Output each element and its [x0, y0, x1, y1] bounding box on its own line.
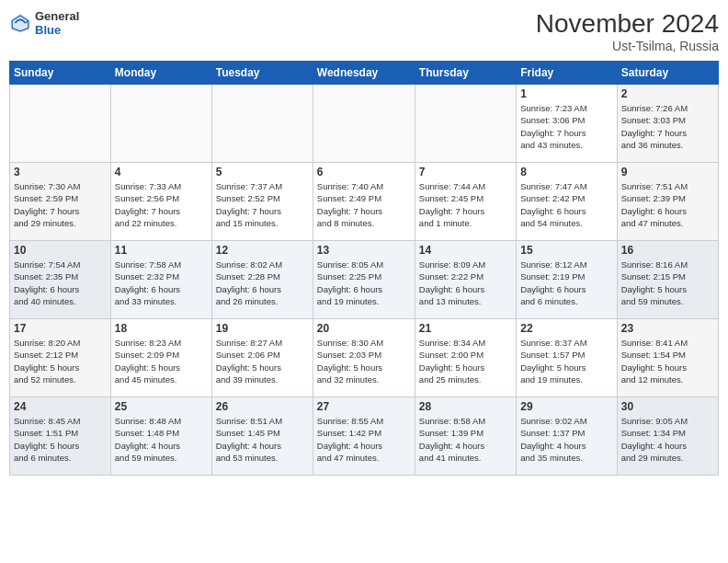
- day-info: Sunrise: 7:47 AM Sunset: 2:42 PM Dayligh…: [520, 180, 612, 229]
- calendar-cell-0-4: [415, 85, 516, 163]
- day-info: Sunrise: 8:05 AM Sunset: 2:25 PM Dayligh…: [317, 259, 411, 307]
- calendar-cell-1-3: 6Sunrise: 7:40 AM Sunset: 2:49 PM Daylig…: [313, 163, 415, 241]
- day-info: Sunrise: 7:40 AM Sunset: 2:49 PM Dayligh…: [317, 180, 411, 229]
- day-info: Sunrise: 8:34 AM Sunset: 2:00 PM Dayligh…: [419, 337, 512, 385]
- calendar-cell-2-0: 10Sunrise: 7:54 AM Sunset: 2:35 PM Dayli…: [10, 241, 111, 319]
- header-tuesday: Tuesday: [211, 62, 313, 85]
- day-number: 4: [115, 166, 208, 178]
- calendar-row-1: 3Sunrise: 7:30 AM Sunset: 2:59 PM Daylig…: [10, 163, 719, 241]
- day-number: 13: [317, 244, 411, 257]
- day-number: 23: [621, 322, 714, 335]
- month-title: November 2024: [536, 9, 719, 39]
- day-info: Sunrise: 8:30 AM Sunset: 2:03 PM Dayligh…: [317, 337, 411, 385]
- day-number: 30: [621, 400, 714, 413]
- calendar-cell-3-2: 19Sunrise: 8:27 AM Sunset: 2:06 PM Dayli…: [211, 319, 313, 397]
- calendar-cell-0-1: [110, 85, 211, 163]
- page: General Blue November 2024 Ust-Tsilma, R…: [0, 0, 728, 563]
- header-wednesday: Wednesday: [313, 62, 415, 85]
- header-monday: Monday: [110, 62, 211, 85]
- calendar-cell-1-0: 3Sunrise: 7:30 AM Sunset: 2:59 PM Daylig…: [10, 163, 111, 241]
- day-info: Sunrise: 8:37 AM Sunset: 1:57 PM Dayligh…: [520, 337, 612, 385]
- calendar-cell-4-1: 25Sunrise: 8:48 AM Sunset: 1:48 PM Dayli…: [110, 397, 211, 476]
- calendar-cell-0-0: [10, 85, 111, 163]
- calendar-cell-0-5: 1Sunrise: 7:23 AM Sunset: 3:06 PM Daylig…: [517, 85, 617, 163]
- day-info: Sunrise: 8:09 AM Sunset: 2:22 PM Dayligh…: [419, 259, 512, 307]
- day-info: Sunrise: 7:51 AM Sunset: 2:39 PM Dayligh…: [621, 180, 714, 229]
- day-info: Sunrise: 7:26 AM Sunset: 3:03 PM Dayligh…: [621, 102, 714, 151]
- day-number: 5: [216, 166, 309, 178]
- calendar-row-4: 24Sunrise: 8:45 AM Sunset: 1:51 PM Dayli…: [10, 397, 719, 476]
- calendar-cell-2-2: 12Sunrise: 8:02 AM Sunset: 2:28 PM Dayli…: [211, 241, 313, 319]
- logo: General Blue: [9, 9, 79, 37]
- header-saturday: Saturday: [617, 62, 718, 85]
- day-number: 26: [216, 400, 309, 413]
- day-info: Sunrise: 9:02 AM Sunset: 1:37 PM Dayligh…: [520, 415, 612, 464]
- calendar-cell-4-6: 30Sunrise: 9:05 AM Sunset: 1:34 PM Dayli…: [617, 397, 718, 476]
- day-info: Sunrise: 8:12 AM Sunset: 2:19 PM Dayligh…: [520, 259, 612, 307]
- day-info: Sunrise: 9:05 AM Sunset: 1:34 PM Dayligh…: [621, 415, 714, 464]
- day-number: 2: [621, 87, 714, 100]
- calendar-cell-2-3: 13Sunrise: 8:05 AM Sunset: 2:25 PM Dayli…: [313, 241, 415, 319]
- logo-text: General Blue: [35, 9, 79, 37]
- title-section: November 2024 Ust-Tsilma, Russia: [536, 9, 719, 53]
- calendar-cell-3-6: 23Sunrise: 8:41 AM Sunset: 1:54 PM Dayli…: [617, 319, 718, 397]
- day-number: 11: [115, 244, 208, 257]
- calendar-cell-2-5: 15Sunrise: 8:12 AM Sunset: 2:19 PM Dayli…: [517, 241, 617, 319]
- calendar-cell-3-4: 21Sunrise: 8:34 AM Sunset: 2:00 PM Dayli…: [415, 319, 516, 397]
- calendar-cell-0-6: 2Sunrise: 7:26 AM Sunset: 3:03 PM Daylig…: [617, 85, 718, 163]
- day-info: Sunrise: 7:33 AM Sunset: 2:56 PM Dayligh…: [115, 180, 208, 229]
- day-number: 9: [621, 166, 714, 178]
- day-number: 19: [216, 322, 309, 335]
- day-info: Sunrise: 8:27 AM Sunset: 2:06 PM Dayligh…: [216, 337, 309, 385]
- day-info: Sunrise: 7:54 AM Sunset: 2:35 PM Dayligh…: [14, 259, 107, 307]
- day-number: 14: [419, 244, 512, 257]
- day-number: 15: [520, 244, 612, 257]
- day-info: Sunrise: 7:23 AM Sunset: 3:06 PM Dayligh…: [520, 102, 612, 151]
- day-number: 16: [621, 244, 714, 257]
- day-number: 12: [216, 244, 309, 257]
- day-number: 28: [419, 400, 512, 413]
- day-number: 24: [14, 400, 107, 413]
- header-sunday: Sunday: [10, 62, 111, 85]
- day-info: Sunrise: 7:30 AM Sunset: 2:59 PM Dayligh…: [14, 180, 107, 229]
- calendar-cell-4-5: 29Sunrise: 9:02 AM Sunset: 1:37 PM Dayli…: [517, 397, 617, 476]
- calendar-cell-1-1: 4Sunrise: 7:33 AM Sunset: 2:56 PM Daylig…: [110, 163, 211, 241]
- calendar-cell-4-2: 26Sunrise: 8:51 AM Sunset: 1:45 PM Dayli…: [211, 397, 313, 476]
- day-info: Sunrise: 8:48 AM Sunset: 1:48 PM Dayligh…: [115, 415, 208, 464]
- day-info: Sunrise: 8:23 AM Sunset: 2:09 PM Dayligh…: [115, 337, 208, 385]
- day-info: Sunrise: 7:58 AM Sunset: 2:32 PM Dayligh…: [115, 259, 208, 307]
- day-number: 22: [520, 322, 612, 335]
- weekday-header-row: Sunday Monday Tuesday Wednesday Thursday…: [10, 62, 719, 85]
- calendar-cell-2-1: 11Sunrise: 7:58 AM Sunset: 2:32 PM Dayli…: [110, 241, 211, 319]
- calendar-cell-1-4: 7Sunrise: 7:44 AM Sunset: 2:45 PM Daylig…: [415, 163, 516, 241]
- calendar-cell-4-4: 28Sunrise: 8:58 AM Sunset: 1:39 PM Dayli…: [415, 397, 516, 476]
- calendar-cell-3-3: 20Sunrise: 8:30 AM Sunset: 2:03 PM Dayli…: [313, 319, 415, 397]
- day-number: 17: [14, 322, 107, 335]
- day-number: 29: [520, 400, 612, 413]
- day-number: 6: [317, 166, 411, 178]
- day-number: 1: [520, 87, 612, 100]
- day-number: 25: [115, 400, 208, 413]
- day-number: 7: [419, 166, 512, 178]
- day-number: 8: [520, 166, 612, 178]
- calendar-cell-2-4: 14Sunrise: 8:09 AM Sunset: 2:22 PM Dayli…: [415, 241, 516, 319]
- calendar-cell-3-0: 17Sunrise: 8:20 AM Sunset: 2:12 PM Dayli…: [10, 319, 111, 397]
- logo-icon: [9, 12, 31, 34]
- calendar-row-0: 1Sunrise: 7:23 AM Sunset: 3:06 PM Daylig…: [10, 85, 719, 163]
- calendar-cell-0-2: [211, 85, 313, 163]
- day-number: 10: [14, 244, 107, 257]
- header: General Blue November 2024 Ust-Tsilma, R…: [9, 9, 719, 53]
- calendar: Sunday Monday Tuesday Wednesday Thursday…: [9, 61, 719, 476]
- day-info: Sunrise: 8:41 AM Sunset: 1:54 PM Dayligh…: [621, 337, 714, 385]
- day-info: Sunrise: 8:51 AM Sunset: 1:45 PM Dayligh…: [216, 415, 309, 464]
- day-info: Sunrise: 8:20 AM Sunset: 2:12 PM Dayligh…: [14, 337, 107, 385]
- day-info: Sunrise: 8:45 AM Sunset: 1:51 PM Dayligh…: [14, 415, 107, 464]
- calendar-cell-4-3: 27Sunrise: 8:55 AM Sunset: 1:42 PM Dayli…: [313, 397, 415, 476]
- calendar-cell-3-5: 22Sunrise: 8:37 AM Sunset: 1:57 PM Dayli…: [517, 319, 617, 397]
- header-friday: Friday: [517, 62, 617, 85]
- day-number: 21: [419, 322, 512, 335]
- calendar-row-3: 17Sunrise: 8:20 AM Sunset: 2:12 PM Dayli…: [10, 319, 719, 397]
- svg-marker-0: [11, 14, 30, 33]
- calendar-cell-4-0: 24Sunrise: 8:45 AM Sunset: 1:51 PM Dayli…: [10, 397, 111, 476]
- calendar-cell-0-3: [313, 85, 415, 163]
